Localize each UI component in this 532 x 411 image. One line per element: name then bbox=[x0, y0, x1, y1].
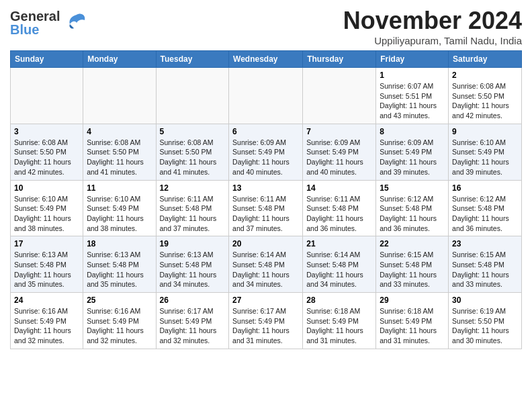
empty-cell bbox=[83, 68, 156, 124]
day-info: Sunrise: 6:13 AMSunset: 5:48 PMDaylight:… bbox=[160, 250, 226, 289]
day-number: 1 bbox=[380, 71, 445, 80]
day-number: 21 bbox=[306, 239, 372, 248]
col-header-saturday: Saturday bbox=[449, 51, 522, 68]
day-cell-17: 17Sunrise: 6:13 AMSunset: 5:48 PMDayligh… bbox=[11, 236, 83, 293]
day-info: Sunrise: 6:08 AMSunset: 5:50 PMDaylight:… bbox=[452, 81, 518, 121]
day-info: Sunrise: 6:10 AMSunset: 5:49 PMDaylight:… bbox=[14, 194, 79, 234]
col-header-wednesday: Wednesday bbox=[229, 51, 303, 68]
day-cell-8: 8Sunrise: 6:09 AMSunset: 5:49 PMDaylight… bbox=[376, 124, 449, 180]
day-cell-21: 21Sunrise: 6:14 AMSunset: 5:48 PMDayligh… bbox=[303, 236, 376, 293]
empty-cell bbox=[229, 68, 303, 124]
day-cell-22: 22Sunrise: 6:15 AMSunset: 5:48 PMDayligh… bbox=[376, 236, 449, 293]
day-info: Sunrise: 6:09 AMSunset: 5:49 PMDaylight:… bbox=[232, 138, 299, 177]
day-cell-24: 24Sunrise: 6:16 AMSunset: 5:49 PMDayligh… bbox=[11, 293, 83, 349]
page-header: General Blue November 2024 Uppiliyapuram… bbox=[10, 7, 522, 46]
day-cell-6: 6Sunrise: 6:09 AMSunset: 5:49 PMDaylight… bbox=[229, 124, 303, 180]
day-info: Sunrise: 6:08 AMSunset: 5:50 PMDaylight:… bbox=[14, 138, 79, 177]
day-number: 7 bbox=[306, 127, 372, 136]
day-number: 3 bbox=[14, 127, 79, 136]
logo: General Blue bbox=[10, 9, 87, 36]
day-number: 14 bbox=[306, 183, 372, 193]
day-info: Sunrise: 6:13 AMSunset: 5:48 PMDaylight:… bbox=[14, 250, 79, 289]
day-cell-7: 7Sunrise: 6:09 AMSunset: 5:49 PMDaylight… bbox=[303, 124, 376, 180]
logo-general: General bbox=[10, 9, 60, 23]
day-cell-11: 11Sunrise: 6:10 AMSunset: 5:49 PMDayligh… bbox=[83, 180, 156, 236]
day-info: Sunrise: 6:14 AMSunset: 5:48 PMDaylight:… bbox=[306, 250, 372, 289]
day-number: 30 bbox=[452, 295, 518, 305]
col-header-sunday: Sunday bbox=[11, 51, 83, 68]
col-header-thursday: Thursday bbox=[303, 51, 376, 68]
day-number: 8 bbox=[380, 127, 445, 136]
day-cell-2: 2Sunrise: 6:08 AMSunset: 5:50 PMDaylight… bbox=[449, 68, 522, 124]
day-cell-15: 15Sunrise: 6:12 AMSunset: 5:48 PMDayligh… bbox=[376, 180, 449, 236]
week-row-2: 3Sunrise: 6:08 AMSunset: 5:50 PMDaylight… bbox=[11, 124, 522, 180]
day-number: 17 bbox=[14, 239, 79, 248]
day-number: 24 bbox=[14, 295, 79, 305]
day-number: 6 bbox=[232, 127, 299, 136]
logo-bird-icon bbox=[63, 9, 87, 36]
day-cell-26: 26Sunrise: 6:17 AMSunset: 5:49 PMDayligh… bbox=[156, 293, 229, 349]
col-header-monday: Monday bbox=[83, 51, 156, 68]
day-cell-9: 9Sunrise: 6:10 AMSunset: 5:49 PMDaylight… bbox=[449, 124, 522, 180]
day-cell-14: 14Sunrise: 6:11 AMSunset: 5:48 PMDayligh… bbox=[303, 180, 376, 236]
calendar-table: SundayMondayTuesdayWednesdayThursdayFrid… bbox=[10, 50, 522, 349]
logo-blue: Blue bbox=[10, 23, 60, 36]
day-info: Sunrise: 6:11 AMSunset: 5:48 PMDaylight:… bbox=[306, 194, 372, 234]
day-number: 19 bbox=[160, 239, 226, 248]
day-info: Sunrise: 6:13 AMSunset: 5:48 PMDaylight:… bbox=[87, 250, 152, 289]
location: Uppiliyapuram, Tamil Nadu, India bbox=[343, 35, 522, 46]
empty-cell bbox=[156, 68, 229, 124]
day-number: 29 bbox=[380, 295, 445, 305]
day-info: Sunrise: 6:11 AMSunset: 5:48 PMDaylight:… bbox=[232, 194, 299, 234]
day-cell-12: 12Sunrise: 6:11 AMSunset: 5:48 PMDayligh… bbox=[156, 180, 229, 236]
day-cell-29: 29Sunrise: 6:18 AMSunset: 5:49 PMDayligh… bbox=[376, 293, 449, 349]
header-row: SundayMondayTuesdayWednesdayThursdayFrid… bbox=[11, 51, 522, 68]
day-info: Sunrise: 6:12 AMSunset: 5:48 PMDaylight:… bbox=[380, 194, 445, 234]
day-cell-13: 13Sunrise: 6:11 AMSunset: 5:48 PMDayligh… bbox=[229, 180, 303, 236]
day-info: Sunrise: 6:08 AMSunset: 5:50 PMDaylight:… bbox=[160, 138, 226, 177]
day-number: 4 bbox=[87, 127, 152, 136]
day-info: Sunrise: 6:18 AMSunset: 5:49 PMDaylight:… bbox=[306, 306, 372, 346]
day-cell-25: 25Sunrise: 6:16 AMSunset: 5:49 PMDayligh… bbox=[83, 293, 156, 349]
day-number: 25 bbox=[87, 295, 152, 305]
day-info: Sunrise: 6:15 AMSunset: 5:48 PMDaylight:… bbox=[380, 250, 445, 289]
day-info: Sunrise: 6:09 AMSunset: 5:49 PMDaylight:… bbox=[380, 138, 445, 177]
day-info: Sunrise: 6:15 AMSunset: 5:48 PMDaylight:… bbox=[452, 250, 518, 289]
day-info: Sunrise: 6:11 AMSunset: 5:48 PMDaylight:… bbox=[160, 194, 226, 234]
day-cell-10: 10Sunrise: 6:10 AMSunset: 5:49 PMDayligh… bbox=[11, 180, 83, 236]
day-info: Sunrise: 6:16 AMSunset: 5:49 PMDaylight:… bbox=[87, 306, 152, 346]
month-title: November 2024 bbox=[343, 7, 522, 35]
day-number: 22 bbox=[380, 239, 445, 248]
col-header-tuesday: Tuesday bbox=[156, 51, 229, 68]
day-cell-3: 3Sunrise: 6:08 AMSunset: 5:50 PMDaylight… bbox=[11, 124, 83, 180]
day-info: Sunrise: 6:19 AMSunset: 5:50 PMDaylight:… bbox=[452, 306, 518, 346]
day-cell-20: 20Sunrise: 6:14 AMSunset: 5:48 PMDayligh… bbox=[229, 236, 303, 293]
day-number: 18 bbox=[87, 239, 152, 248]
day-info: Sunrise: 6:18 AMSunset: 5:49 PMDaylight:… bbox=[380, 306, 445, 346]
day-number: 9 bbox=[452, 127, 518, 136]
day-number: 15 bbox=[380, 183, 445, 193]
day-cell-18: 18Sunrise: 6:13 AMSunset: 5:48 PMDayligh… bbox=[83, 236, 156, 293]
col-header-friday: Friday bbox=[376, 51, 449, 68]
week-row-5: 24Sunrise: 6:16 AMSunset: 5:49 PMDayligh… bbox=[11, 293, 522, 349]
day-cell-27: 27Sunrise: 6:17 AMSunset: 5:49 PMDayligh… bbox=[229, 293, 303, 349]
day-info: Sunrise: 6:17 AMSunset: 5:49 PMDaylight:… bbox=[160, 306, 226, 346]
empty-cell bbox=[303, 68, 376, 124]
day-cell-1: 1Sunrise: 6:07 AMSunset: 5:51 PMDaylight… bbox=[376, 68, 449, 124]
day-number: 12 bbox=[160, 183, 226, 193]
day-cell-23: 23Sunrise: 6:15 AMSunset: 5:48 PMDayligh… bbox=[449, 236, 522, 293]
day-cell-4: 4Sunrise: 6:08 AMSunset: 5:50 PMDaylight… bbox=[83, 124, 156, 180]
day-info: Sunrise: 6:08 AMSunset: 5:50 PMDaylight:… bbox=[87, 138, 152, 177]
week-row-4: 17Sunrise: 6:13 AMSunset: 5:48 PMDayligh… bbox=[11, 236, 522, 293]
day-info: Sunrise: 6:14 AMSunset: 5:48 PMDaylight:… bbox=[232, 250, 299, 289]
day-number: 11 bbox=[87, 183, 152, 193]
week-row-3: 10Sunrise: 6:10 AMSunset: 5:49 PMDayligh… bbox=[11, 180, 522, 236]
day-info: Sunrise: 6:10 AMSunset: 5:49 PMDaylight:… bbox=[87, 194, 152, 234]
day-cell-5: 5Sunrise: 6:08 AMSunset: 5:50 PMDaylight… bbox=[156, 124, 229, 180]
title-block: November 2024 Uppiliyapuram, Tamil Nadu,… bbox=[343, 7, 522, 46]
day-cell-30: 30Sunrise: 6:19 AMSunset: 5:50 PMDayligh… bbox=[449, 293, 522, 349]
day-number: 26 bbox=[160, 295, 226, 305]
day-info: Sunrise: 6:16 AMSunset: 5:49 PMDaylight:… bbox=[14, 306, 79, 346]
day-cell-16: 16Sunrise: 6:12 AMSunset: 5:48 PMDayligh… bbox=[449, 180, 522, 236]
day-number: 13 bbox=[232, 183, 299, 193]
